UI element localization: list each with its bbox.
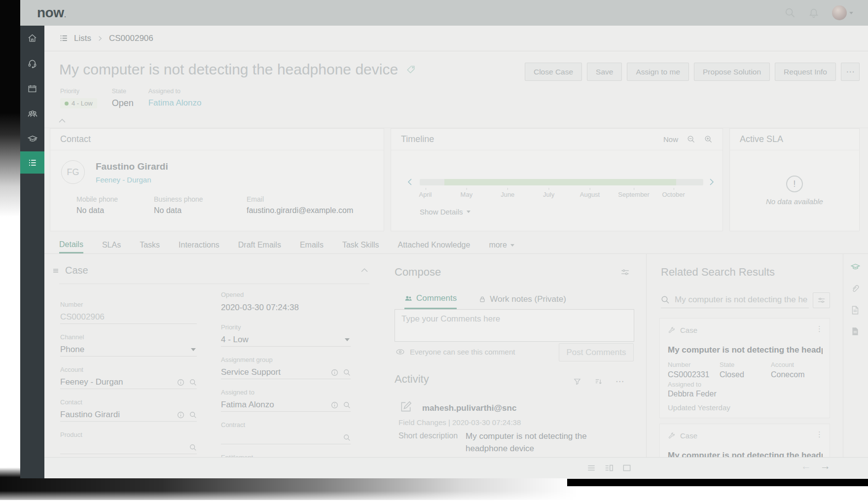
tab-comments[interactable]: Comments — [404, 293, 457, 309]
show-details-toggle[interactable]: Show Details — [420, 208, 470, 216]
column-divider — [843, 254, 843, 478]
card-kebab-menu-icon[interactable]: ⋮ — [816, 324, 823, 333]
compose-settings-sliders-icon[interactable] — [620, 268, 630, 277]
previous-record-arrow[interactable]: ← — [801, 460, 811, 472]
lookup-search-icon[interactable] — [343, 369, 351, 376]
activity-entry-meta: Field Changes | 2020-03-30 07:24:38 — [398, 418, 521, 427]
tab-work-notes[interactable]: Work notes (Private) — [478, 293, 566, 309]
timeline-scroll-left[interactable] — [407, 178, 413, 186]
propose-solution-button[interactable]: Propose Solution — [694, 63, 770, 81]
user-avatar[interactable] — [832, 5, 847, 20]
request-info-button[interactable]: Request Info — [775, 63, 836, 81]
search-icon[interactable] — [785, 7, 796, 18]
drag-handle-icon[interactable] — [52, 267, 59, 274]
lookup-search-icon[interactable] — [343, 401, 351, 409]
document-filled-icon[interactable] — [850, 326, 860, 336]
related-search-input[interactable] — [675, 295, 809, 305]
tag-icon[interactable] — [406, 65, 416, 74]
contact-account-link[interactable]: Feeney - Durgan — [96, 176, 151, 184]
user-menu[interactable] — [832, 5, 853, 20]
timeline-scroll-right[interactable] — [709, 178, 715, 186]
tab-slas[interactable]: SLAs — [102, 237, 121, 253]
result-title[interactable]: My computer is not detecting the headp… — [668, 345, 823, 355]
notifications-bell-icon[interactable] — [808, 7, 819, 18]
card-kebab-menu-icon[interactable]: ⋮ — [816, 430, 823, 439]
sidebar-item-calendar[interactable] — [20, 76, 44, 101]
assign-to-me-button[interactable]: Assign to me — [627, 63, 689, 81]
product-reference-input[interactable] — [60, 441, 197, 454]
lookup-search-icon[interactable] — [189, 411, 197, 419]
sidebar-item-knowledge[interactable] — [20, 126, 44, 151]
lookup-search-icon[interactable] — [189, 444, 197, 451]
contact-email-link[interactable]: faustino.girardi@example.com — [247, 206, 353, 215]
related-result-card[interactable]: Case ⋮ My computer is not detecting the … — [659, 424, 830, 457]
assignment-group-reference-input[interactable]: Service Support — [221, 366, 351, 379]
channel-select[interactable]: Phone — [60, 343, 197, 357]
tab-more[interactable]: more — [489, 237, 514, 253]
breadcrumb-lists[interactable]: Lists — [74, 34, 91, 43]
chevron-down-icon — [467, 211, 470, 213]
contract-reference-input[interactable] — [221, 431, 351, 444]
knowledge-cap-icon[interactable] — [850, 262, 861, 272]
activity-more-icon[interactable]: ⋯ — [615, 376, 624, 387]
post-comments-button[interactable]: Post Comments — [559, 343, 634, 361]
tab-attached-knowledge[interactable]: Attached Knowledge — [398, 237, 470, 253]
account-reference-input[interactable]: Feeney - Durgan — [60, 376, 197, 389]
sidebar-item-home[interactable] — [20, 26, 44, 51]
tab-emails[interactable]: Emails — [300, 237, 324, 253]
tab-tasks[interactable]: Tasks — [140, 237, 160, 253]
home-icon — [27, 33, 37, 43]
result-title[interactable]: My computer is not detecting the headp — [668, 451, 823, 457]
field-priority: Priority 4 - Low — [221, 323, 351, 347]
info-icon[interactable] — [177, 379, 184, 386]
timeline-now-label[interactable]: Now — [663, 135, 678, 143]
list-view-icon[interactable] — [586, 463, 596, 473]
contact-reference-input[interactable]: Faustino Girardi — [60, 408, 197, 422]
chevron-down-icon — [191, 348, 196, 351]
comments-textarea[interactable] — [395, 309, 634, 342]
result-number: Number CS0002331 — [668, 361, 720, 379]
full-view-icon[interactable] — [622, 463, 632, 473]
zoom-in-icon[interactable] — [704, 135, 713, 143]
close-case-button[interactable]: Close Case — [525, 63, 582, 81]
document-outline-icon[interactable] — [850, 305, 860, 315]
split-view-icon[interactable] — [604, 463, 614, 473]
lookup-search-icon[interactable] — [343, 434, 351, 441]
info-icon[interactable] — [177, 411, 184, 419]
priority-dot-icon — [65, 102, 69, 106]
info-icon[interactable] — [331, 401, 338, 409]
zoom-out-icon[interactable] — [687, 135, 695, 143]
breadcrumb: Lists CS0002906 — [44, 26, 868, 51]
tab-details[interactable]: Details — [59, 237, 83, 253]
search-icon — [661, 295, 670, 304]
sort-icon[interactable] — [594, 377, 603, 386]
collapse-case-section-chevron[interactable] — [361, 268, 368, 273]
assigned-to-link[interactable]: Fatima Alonzo — [148, 98, 202, 108]
bottom-toolbar: ← → — [44, 457, 868, 478]
sidebar-item-accounts[interactable] — [20, 101, 44, 126]
info-icon[interactable] — [331, 369, 338, 376]
tab-task-skills[interactable]: Task Skills — [342, 237, 379, 253]
collapse-header-chevron[interactable] — [58, 118, 67, 124]
lookup-search-icon[interactable] — [189, 379, 197, 386]
attachment-paperclip-icon[interactable] — [850, 284, 860, 293]
tab-draft-emails[interactable]: Draft Emails — [238, 237, 281, 253]
people-group-icon — [27, 108, 38, 119]
sidebar-item-lists[interactable] — [20, 151, 44, 174]
related-result-card[interactable]: Case ⋮ My computer is not detecting the … — [659, 318, 830, 418]
filter-funnel-icon[interactable] — [573, 377, 581, 386]
timeline-bar[interactable] — [420, 179, 703, 185]
field-contract: Contract — [221, 421, 351, 444]
next-record-arrow[interactable]: → — [820, 460, 831, 472]
number-input[interactable]: CS0002906 — [60, 311, 197, 324]
assigned-to-label: Assigned to — [148, 88, 202, 95]
sidebar-item-agent-workspace[interactable] — [20, 51, 44, 76]
lock-icon — [478, 295, 486, 303]
contact-mobile: Mobile phone No data — [76, 195, 154, 215]
priority-select[interactable]: 4 - Low — [221, 333, 351, 347]
assigned-to-reference-input[interactable]: Fatima Alonzo — [221, 398, 351, 412]
more-actions-button[interactable]: ⋯ — [841, 63, 860, 81]
tab-interactions[interactable]: Interactions — [179, 237, 219, 253]
search-settings-button[interactable] — [813, 292, 830, 308]
save-button[interactable]: Save — [587, 63, 622, 81]
